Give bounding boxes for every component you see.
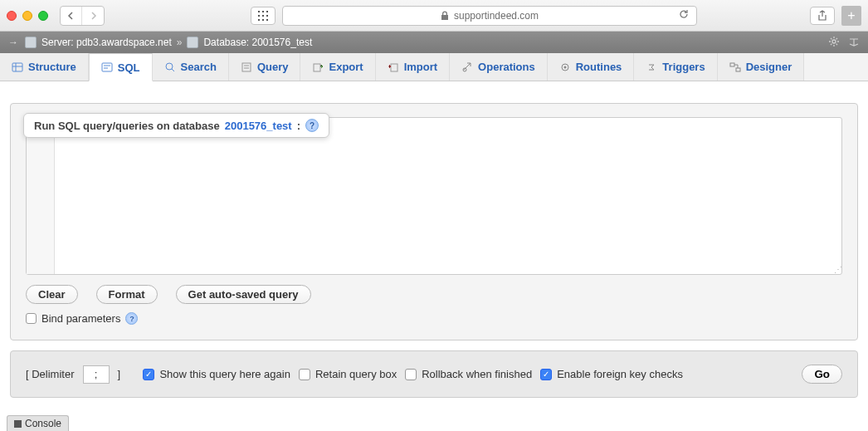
browser-toolbar: supportindeed.com + [0, 0, 868, 32]
console-icon [14, 420, 22, 428]
zoom-window-icon[interactable] [38, 11, 48, 21]
query-title-pill: Run SQL query/queries on database 200157… [23, 113, 329, 138]
tab-label: Structure [28, 61, 76, 73]
svg-rect-7 [262, 19, 264, 21]
tab-export[interactable]: Export [300, 53, 375, 81]
svg-rect-4 [262, 15, 264, 17]
tab-label: Routines [576, 61, 622, 73]
tab-label: Operations [478, 61, 535, 73]
tab-designer[interactable]: Designer [718, 53, 805, 81]
export-icon [312, 61, 324, 73]
line-gutter: 1 [27, 118, 55, 274]
format-button[interactable]: Format [96, 285, 158, 304]
pill-suffix: : [297, 120, 300, 132]
server-crumb[interactable]: Server: pdb3.awardspace.net [41, 37, 172, 48]
delimiter-label-open: [ Delimiter [26, 368, 75, 380]
svg-rect-19 [730, 63, 734, 66]
tab-structure[interactable]: Structure [0, 53, 89, 81]
svg-rect-20 [736, 68, 740, 71]
svg-rect-5 [266, 15, 268, 17]
tab-routines[interactable]: Routines [548, 53, 635, 81]
new-tab-button[interactable]: + [841, 6, 861, 26]
svg-rect-2 [266, 11, 268, 12]
svg-point-12 [166, 63, 173, 70]
pill-dbname[interactable]: 2001576_test [225, 120, 292, 132]
structure-icon [12, 61, 23, 73]
tab-label: Import [404, 61, 437, 73]
pill-prefix: Run SQL query/queries on database [34, 120, 220, 132]
triggers-icon [646, 61, 657, 73]
fk-checkbox[interactable]: ✓ [540, 369, 552, 380]
tab-operations[interactable]: Operations [450, 53, 548, 81]
crumb-separator: » [177, 37, 183, 48]
svg-rect-8 [266, 19, 268, 21]
bind-parameters-row: Bind parameters ? [26, 312, 842, 325]
go-button[interactable]: Go [802, 365, 842, 384]
svg-rect-6 [258, 19, 260, 21]
retain-label: Retain query box [315, 368, 397, 380]
svg-rect-11 [102, 63, 112, 71]
database-icon [187, 37, 198, 48]
tab-query[interactable]: Query [229, 53, 301, 81]
settings-gear-icon[interactable] [828, 36, 840, 50]
nav-buttons [60, 6, 105, 26]
rollback-label: Rollback when finished [422, 368, 532, 380]
share-button[interactable] [810, 7, 835, 25]
help-icon[interactable]: ? [305, 119, 319, 132]
code-area[interactable]: ALTER TABLE orders ROW_FORMAT=COMPRESSED… [55, 118, 841, 274]
address-bar[interactable]: supportindeed.com [282, 6, 697, 26]
clear-button[interactable]: Clear [26, 285, 78, 304]
server-icon [25, 37, 37, 48]
retain-checkbox[interactable] [299, 369, 310, 380]
delimiter-input[interactable]: ; [83, 365, 110, 384]
minimize-window-icon[interactable] [22, 11, 32, 21]
tab-label: Triggers [662, 61, 705, 73]
database-crumb[interactable]: Database: 2001576_test [203, 37, 312, 48]
help-icon[interactable]: ? [125, 312, 138, 325]
import-icon [388, 61, 399, 73]
svg-rect-0 [258, 11, 260, 12]
resize-handle-icon[interactable]: ⋰ [834, 267, 841, 273]
back-button[interactable] [61, 7, 82, 25]
editor-buttons: Clear Format Get auto-saved query [26, 285, 842, 304]
reload-icon[interactable] [678, 8, 690, 22]
fk-label: Enable foreign key checks [557, 368, 683, 380]
query-options-bar: [ Delimiter ; ] ✓Show this query here ag… [10, 350, 858, 398]
routines-icon [559, 61, 571, 73]
tab-triggers[interactable]: Triggers [634, 53, 717, 81]
rollback-checkbox[interactable] [405, 369, 417, 380]
show-again-checkbox[interactable]: ✓ [143, 369, 154, 380]
svg-point-9 [832, 40, 836, 43]
breadcrumb: → Server: pdb3.awardspace.net » Database… [0, 32, 868, 53]
nav-arrow-icon[interactable]: → [8, 37, 18, 48]
get-autosaved-button[interactable]: Get auto-saved query [176, 285, 311, 304]
page-content: Run SQL query/queries on database 200157… [0, 103, 868, 398]
svg-rect-14 [314, 64, 320, 71]
bind-parameters-checkbox[interactable] [26, 313, 37, 324]
query-icon [241, 61, 252, 73]
sql-icon [101, 61, 113, 73]
svg-rect-1 [262, 11, 264, 12]
delimiter-label-close: ] [118, 368, 121, 380]
sql-editor[interactable]: 1 ALTER TABLE orders ROW_FORMAT=COMPRESS… [26, 117, 842, 275]
console-tab[interactable]: Console [7, 415, 69, 431]
tab-import[interactable]: Import [376, 53, 450, 81]
tab-label: SQL [118, 61, 140, 74]
svg-rect-15 [391, 64, 397, 71]
operations-icon [461, 61, 473, 73]
forward-button[interactable] [82, 7, 104, 25]
svg-rect-10 [12, 63, 22, 71]
search-icon [164, 61, 176, 73]
tab-label: Designer [746, 61, 792, 73]
tab-search[interactable]: Search [153, 53, 229, 81]
tab-sql[interactable]: SQL [89, 53, 153, 81]
window-controls [7, 11, 48, 21]
show-again-label: Show this query here again [159, 368, 290, 380]
main-tabs: Structure SQL Search Query Export Import… [0, 53, 868, 81]
panel-toggle-icon[interactable] [848, 36, 860, 50]
tab-label: Query [257, 61, 289, 73]
top-sites-button[interactable] [251, 7, 276, 25]
console-label: Console [25, 418, 61, 429]
close-window-icon[interactable] [7, 11, 17, 21]
bind-parameters-label: Bind parameters [41, 312, 120, 325]
